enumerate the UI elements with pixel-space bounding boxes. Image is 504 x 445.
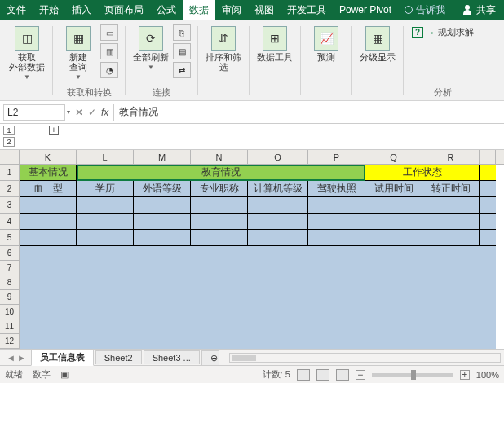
- sheet-tab-3[interactable]: Sheet3 ...: [144, 350, 200, 364]
- page-layout-view-button[interactable]: [316, 369, 329, 381]
- from-table-button[interactable]: ▥: [100, 43, 118, 59]
- cell[interactable]: [248, 214, 308, 230]
- cell[interactable]: [422, 214, 480, 230]
- zoom-level[interactable]: 100%: [476, 370, 499, 380]
- row-header-7[interactable]: 7: [0, 261, 20, 275]
- column-header-o[interactable]: O: [248, 150, 308, 164]
- horizontal-scrollbar[interactable]: [229, 353, 501, 363]
- cell-range[interactable]: [20, 305, 496, 319]
- cell-range[interactable]: [20, 334, 496, 349]
- new-query-button[interactable]: ▦ 新建 查询 ▼: [60, 24, 97, 81]
- zoom-slider-thumb[interactable]: [411, 370, 416, 380]
- cell[interactable]: 学历: [77, 181, 134, 197]
- cell[interactable]: 血 型: [20, 181, 77, 197]
- cell[interactable]: [191, 230, 248, 246]
- page-break-view-button[interactable]: [336, 369, 349, 381]
- cell[interactable]: [20, 214, 77, 230]
- column-header-q[interactable]: Q: [365, 150, 422, 164]
- data-tools-button[interactable]: ⊞ 数据工具: [256, 24, 294, 62]
- cell[interactable]: [422, 197, 480, 214]
- show-queries-button[interactable]: ▭: [100, 24, 118, 41]
- cell[interactable]: [422, 230, 480, 246]
- menu-pagelayout[interactable]: 页面布局: [98, 0, 150, 20]
- macro-record-icon[interactable]: ▣: [60, 369, 69, 380]
- cell[interactable]: [20, 197, 77, 214]
- cell[interactable]: [308, 214, 365, 230]
- sheet-tab-1[interactable]: 员工信息表: [31, 349, 94, 366]
- edit-links-button[interactable]: ⇄: [173, 62, 191, 78]
- refresh-all-button[interactable]: ⟳ 全部刷新 ▼: [132, 24, 170, 71]
- row-header-10[interactable]: 10: [0, 305, 20, 319]
- sort-filter-button[interactable]: ⇵ 排序和筛选: [205, 24, 242, 72]
- cell[interactable]: [77, 230, 134, 246]
- menu-insert[interactable]: 插入: [65, 0, 98, 20]
- cell[interactable]: [134, 214, 191, 230]
- tell-me[interactable]: 告诉我: [398, 0, 452, 20]
- menu-home[interactable]: 开始: [33, 0, 65, 20]
- zoom-slider[interactable]: [372, 373, 453, 377]
- connections-button[interactable]: ⎘: [173, 24, 191, 41]
- sheet-tab-2[interactable]: Sheet2: [95, 350, 142, 364]
- normal-view-button[interactable]: [297, 369, 310, 381]
- cell[interactable]: 专业职称: [191, 181, 248, 197]
- scrollbar-thumb[interactable]: [232, 355, 256, 361]
- cell[interactable]: 基本情况: [20, 165, 77, 181]
- cell[interactable]: [308, 197, 365, 214]
- cell[interactable]: 驾驶执照: [308, 181, 365, 197]
- cell[interactable]: 工作状态: [365, 165, 480, 181]
- cell[interactable]: [365, 230, 422, 246]
- row-header-6[interactable]: 6: [0, 246, 20, 261]
- cell[interactable]: [77, 197, 134, 214]
- row-header-2[interactable]: 2: [0, 181, 20, 197]
- cell[interactable]: [191, 214, 248, 230]
- zoom-out-button[interactable]: −: [356, 370, 365, 380]
- outline-expand-button[interactable]: +: [49, 126, 59, 135]
- properties-button[interactable]: ▤: [173, 43, 191, 59]
- tab-nav-next[interactable]: ►: [17, 353, 26, 363]
- menu-view[interactable]: 视图: [248, 0, 281, 20]
- cancel-formula-button[interactable]: ✕: [75, 107, 83, 118]
- row-header-4[interactable]: 4: [0, 214, 20, 230]
- menu-review[interactable]: 审阅: [215, 0, 248, 20]
- cell-range[interactable]: [20, 275, 496, 290]
- cell[interactable]: [365, 197, 422, 214]
- cell[interactable]: [248, 230, 308, 246]
- cell[interactable]: [365, 214, 422, 230]
- cell[interactable]: [77, 214, 134, 230]
- outline-level-2[interactable]: 2: [3, 137, 15, 147]
- outline-button[interactable]: ▦ 分级显示: [359, 24, 396, 62]
- column-header-n[interactable]: N: [191, 150, 248, 164]
- row-header-8[interactable]: 8: [0, 275, 20, 290]
- menu-powerpivot[interactable]: Power Pivot: [333, 0, 398, 20]
- row-header-12[interactable]: 12: [0, 334, 20, 349]
- row-header-1[interactable]: 1: [0, 165, 20, 181]
- solver-button[interactable]: ? → 规划求解: [410, 24, 475, 40]
- formula-input[interactable]: 教育情况: [113, 104, 504, 121]
- column-header-r[interactable]: R: [422, 150, 480, 164]
- column-header-l[interactable]: L: [77, 150, 134, 164]
- cell[interactable]: [134, 197, 191, 214]
- column-header-m[interactable]: M: [134, 150, 191, 164]
- tab-nav-prev[interactable]: ◄: [7, 353, 15, 363]
- cell-range[interactable]: [20, 319, 496, 334]
- cell[interactable]: 教育情况: [77, 165, 365, 181]
- cell[interactable]: 外语等级: [134, 181, 191, 197]
- add-sheet-button[interactable]: ⊕: [201, 350, 219, 365]
- row-header-3[interactable]: 3: [0, 197, 20, 214]
- outline-level-1[interactable]: 1: [3, 126, 15, 135]
- confirm-formula-button[interactable]: ✓: [88, 107, 96, 118]
- zoom-in-button[interactable]: +: [460, 370, 470, 380]
- name-box[interactable]: L2: [3, 104, 65, 121]
- column-header-p[interactable]: P: [308, 150, 365, 164]
- select-all-corner[interactable]: [0, 150, 20, 164]
- fx-button[interactable]: fx: [101, 107, 108, 118]
- row-header-9[interactable]: 9: [0, 290, 20, 305]
- recent-sources-button[interactable]: ◔: [100, 62, 118, 78]
- cell[interactable]: [248, 197, 308, 214]
- forecast-button[interactable]: 📈 预测: [307, 24, 345, 62]
- column-header-k[interactable]: K: [20, 150, 77, 164]
- cell[interactable]: [191, 197, 248, 214]
- menu-data[interactable]: 数据: [183, 0, 215, 20]
- row-header-11[interactable]: 11: [0, 319, 20, 334]
- cell[interactable]: 计算机等级: [248, 181, 308, 197]
